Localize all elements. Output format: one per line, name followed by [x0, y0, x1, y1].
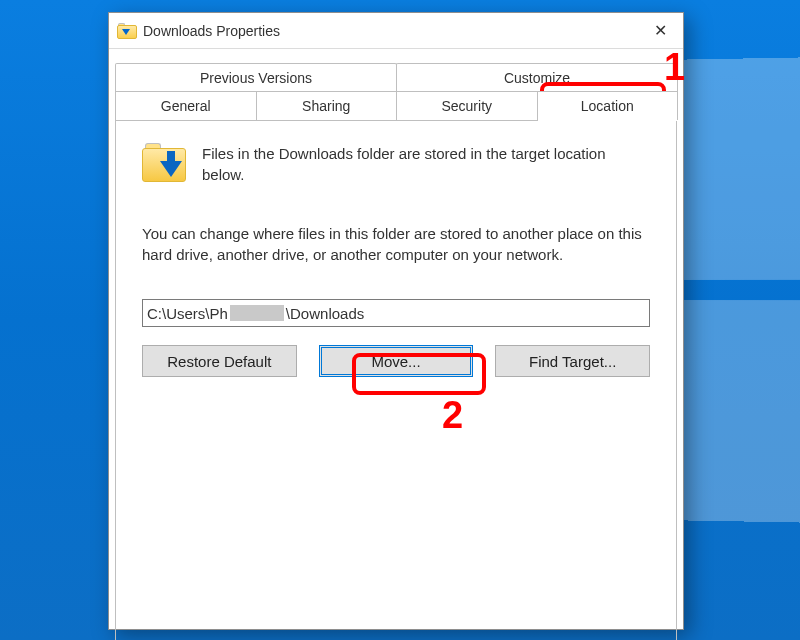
close-button[interactable]: ✕ [637, 13, 683, 49]
window-title: Downloads Properties [143, 23, 280, 39]
location-description-2: You can change where files in this folde… [142, 223, 650, 265]
path-redacted-segment [230, 305, 284, 321]
location-path-input[interactable]: C:\Users\Ph\Downloads [142, 299, 650, 327]
tab-security[interactable]: Security [396, 91, 538, 120]
tab-strip: Previous Versions Customize General Shar… [109, 49, 683, 120]
tab-customize[interactable]: Customize [396, 63, 678, 92]
properties-dialog: Downloads Properties ✕ Previous Versions… [108, 12, 684, 630]
location-tab-pane: Files in the Downloads folder are stored… [115, 120, 677, 640]
restore-default-button[interactable]: Restore Default [142, 345, 297, 377]
tab-sharing[interactable]: Sharing [256, 91, 398, 120]
move-button[interactable]: Move... [319, 345, 474, 377]
tab-location[interactable]: Location [537, 91, 679, 120]
tab-previous-versions[interactable]: Previous Versions [115, 63, 397, 92]
path-text-suffix: \Downloads [286, 305, 364, 322]
find-target-button[interactable]: Find Target... [495, 345, 650, 377]
titlebar[interactable]: Downloads Properties ✕ [109, 13, 683, 49]
tab-general[interactable]: General [115, 91, 257, 120]
close-icon: ✕ [654, 21, 667, 40]
path-text-prefix: C:\Users\Ph [147, 305, 228, 322]
location-description-1: Files in the Downloads folder are stored… [202, 143, 650, 185]
downloads-folder-icon [117, 23, 137, 39]
downloads-folder-large-icon [142, 143, 186, 183]
